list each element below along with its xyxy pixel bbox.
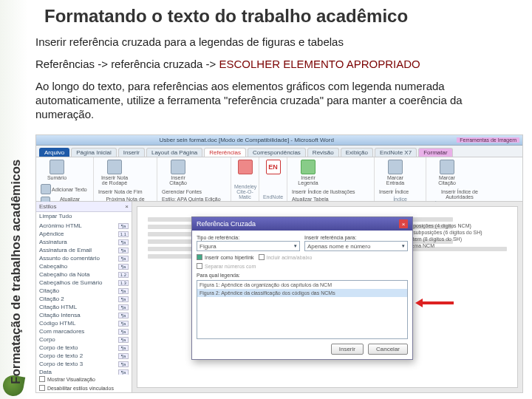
toc-icon: [50, 160, 64, 174]
tab-insert[interactable]: Inserir: [118, 148, 145, 157]
chevron-down-icon: ▾: [402, 243, 405, 249]
ribbon-group-captions: Inserir Legenda Inserir Índice de Ilustr…: [287, 157, 375, 201]
style-item[interactable]: Citação 2¶a: [36, 295, 132, 303]
ribbon: Sumário Adicionar Texto Atualizar Sumári…: [36, 157, 522, 202]
ribbon-group-citations: Inserir Citação Gerenciar Fontes Estilo:…: [157, 157, 231, 201]
ribbon-group-toc: Sumário Adicionar Texto Atualizar Sumári…: [36, 157, 94, 201]
list-item[interactable]: Figura 1: Apêndice da organização dos ca…: [197, 281, 407, 289]
checkbox-checked-icon[interactable]: [197, 254, 202, 260]
tab-view[interactable]: Exibição: [341, 148, 373, 157]
style-clear-all[interactable]: Limpar Tudo: [36, 212, 132, 220]
tab-format[interactable]: Formatar: [418, 148, 452, 157]
ribbon-group-toa: Marcar Citação Inserir Índice de Autorid…: [426, 157, 493, 201]
breadcrumb-emphasis: ESCOLHER ELEMENTO APROPRIADO: [219, 58, 420, 70]
chk-show-preview[interactable]: Mostrar Visualização: [47, 377, 95, 382]
btn-mark-entry[interactable]: Marcar Entrada: [378, 159, 413, 186]
chk-separate-numbers: Separar números com: [205, 264, 256, 269]
btn-mark-citation[interactable]: Marcar Citação: [429, 159, 465, 186]
style-item[interactable]: Citação¶a: [36, 287, 132, 295]
btn-insert-caption[interactable]: Inserir Legenda: [290, 159, 326, 186]
ribbon-group-endnote: EN EndNote: [259, 157, 287, 201]
style-item[interactable]: Cabeçalho da Nota1.2: [36, 270, 132, 279]
style-item[interactable]: Acrônimo HTML¶a: [36, 222, 132, 230]
listbox-captions[interactable]: Figura 1: Apêndice da organização dos ca…: [197, 280, 408, 339]
tab-endnote[interactable]: EndNote X7: [375, 148, 417, 157]
ribbon-group-mendeley: Mendeley Cite-O-Matic: [231, 157, 259, 201]
list-item-selected[interactable]: Figura 2: Apêndice da classificação dos …: [197, 289, 407, 297]
chk-insert-hyperlink[interactable]: Inserir como hiperlink: [205, 255, 254, 260]
close-icon[interactable]: ×: [125, 203, 129, 210]
btn-endnote[interactable]: EN: [262, 159, 284, 175]
ribbon-group-footnotes: Inserir Nota de Rodapé Inserir Nota de F…: [94, 157, 157, 201]
style-item[interactable]: Cabeçalho¶a: [36, 262, 132, 270]
group-label-mendeley: Mendeley Cite-O-Matic: [234, 184, 256, 200]
checkbox-icon[interactable]: [39, 376, 45, 382]
style-item[interactable]: Corpo¶a: [36, 335, 132, 344]
dropdown-ref-type[interactable]: Figura▾: [197, 241, 300, 251]
styles-pane-title: Estilos: [39, 203, 57, 210]
label-ref-type: Tipo de referência:: [197, 235, 300, 240]
citation-icon: [171, 160, 185, 174]
btn-manage-sources[interactable]: Gerenciar Fontes: [160, 188, 222, 195]
btn-insert-footnote[interactable]: Inserir Nota de Rodapé: [97, 159, 132, 186]
cross-reference-dialog: Referência Cruzada × Tipo de referência:…: [191, 216, 413, 360]
insert-button[interactable]: Inserir: [331, 344, 364, 355]
dropdown-insert-ref-to[interactable]: Apenas nome e número▾: [304, 241, 408, 251]
style-item[interactable]: Corpo de texto¶a: [36, 344, 132, 352]
btn-toc[interactable]: Sumário: [39, 159, 75, 181]
group-label-endnote: EndNote: [262, 194, 284, 200]
cancel-button[interactable]: Cancelar: [368, 344, 408, 355]
doc-text-fragment: das posições (4 dígitos NCM)das subposiç…: [403, 222, 507, 250]
tab-file[interactable]: Arquivo: [39, 148, 69, 157]
style-item[interactable]: Corpo de texto 3¶a: [36, 360, 132, 368]
word-document-area: Estilos × Limpar Tudo Acrônimo HTML¶aApê…: [36, 202, 522, 392]
dialog-close-button[interactable]: ×: [399, 219, 408, 228]
context-tools-label: Ferramentas de Imagem: [457, 137, 519, 143]
tab-mail[interactable]: Correspondências: [248, 148, 306, 157]
tab-review[interactable]: Revisão: [307, 148, 339, 157]
breadcrumb-path: Referências -> referência cruzada -> ESC…: [35, 58, 420, 70]
style-item[interactable]: Assunto do comentário¶a: [36, 254, 132, 262]
instruction-paragraph: Ao longo do texto, para referências aos …: [35, 80, 516, 121]
tab-references[interactable]: Referências: [204, 148, 246, 157]
mark-entry-icon: [388, 160, 403, 174]
label-insert-ref-to: Inserir referência para:: [304, 235, 408, 240]
btn-add-text[interactable]: Adicionar Texto: [39, 183, 90, 195]
style-item[interactable]: Cabeçalhos de Sumário1.3: [36, 279, 132, 287]
styles-pane-header: Estilos ×: [36, 202, 132, 212]
style-item[interactable]: Citação Intensa¶a: [36, 311, 132, 319]
arrow-left-icon: [415, 299, 423, 307]
tab-home[interactable]: Página Inicial: [71, 148, 117, 157]
mendeley-icon: [238, 160, 253, 174]
dialog-titlebar: Referência Cruzada ×: [192, 217, 412, 231]
btn-insert-tof[interactable]: Inserir Índice de Ilustrações: [290, 188, 357, 195]
btn-insert-citation[interactable]: Inserir Citação: [160, 159, 196, 186]
callout-arrow: [415, 299, 454, 307]
label-which-caption: Para qual legenda:: [197, 273, 240, 278]
btn-mendeley[interactable]: [234, 159, 256, 175]
style-item[interactable]: Assinatura¶a: [36, 238, 132, 246]
chevron-down-icon: ▾: [294, 243, 297, 249]
btn-insert-endnote[interactable]: Inserir Nota de Fim: [97, 188, 154, 195]
styles-list[interactable]: Acrônimo HTML¶aApêndice1.1Assinatura¶aAs…: [36, 220, 132, 375]
styles-pane: Estilos × Limpar Tudo Acrônimo HTML¶aApê…: [36, 202, 132, 392]
ribbon-group-index: Marcar Entrada Inserir Índice Índice: [375, 157, 426, 201]
ribbon-tabs: Arquivo Página Inicial Inserir Layout da…: [36, 146, 522, 157]
style-item[interactable]: Data¶a: [36, 368, 132, 375]
add-text-icon: [41, 184, 51, 194]
btn-insert-toa[interactable]: Inserir Índice de Autoridades: [429, 188, 490, 200]
style-item[interactable]: Código HTML¶a: [36, 319, 132, 327]
chk-disable-linked[interactable]: Desabilitar estilos vinculados: [47, 386, 114, 391]
word-screenshot: Usber sein format.doc [Modo de Compatibi…: [35, 134, 523, 393]
style-item[interactable]: Com marcadores¶a: [36, 327, 132, 335]
word-titlebar: Usber sein format.doc [Modo de Compatibi…: [36, 135, 522, 146]
style-item[interactable]: Assinatura de Email¶a: [36, 246, 132, 254]
style-item[interactable]: Corpo de texto 2¶a: [36, 352, 132, 360]
style-item[interactable]: Apêndice1.1: [36, 230, 132, 238]
checkbox-icon: [197, 263, 202, 269]
dialog-title: Referência Cruzada: [197, 220, 256, 228]
style-item[interactable]: Citação HTML¶a: [36, 303, 132, 311]
checkbox-icon[interactable]: [39, 385, 45, 391]
btn-insert-index[interactable]: Inserir Índice: [378, 188, 410, 195]
tab-layout[interactable]: Layout da Página: [146, 148, 202, 157]
